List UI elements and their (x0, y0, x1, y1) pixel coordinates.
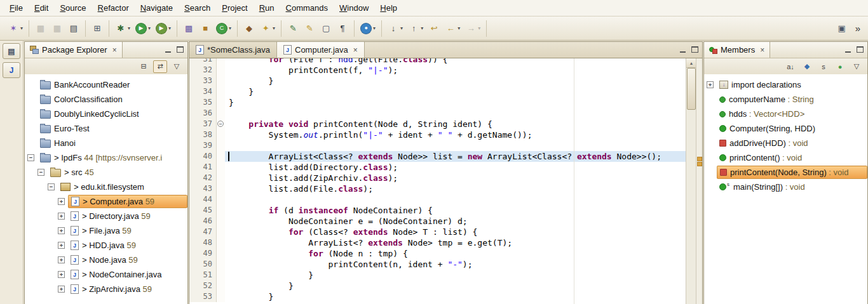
member-item[interactable]: hdds : Vector<HDD> (704, 107, 867, 121)
code-line[interactable]: 40 ArrayList<Class<? extends Node>> list… (189, 151, 686, 162)
expander-icon[interactable]: + (58, 286, 65, 293)
code-line[interactable]: 42 list.add(ZipArchiv.class); (189, 173, 686, 183)
member-item[interactable]: +import declarations (704, 77, 867, 92)
debug-button[interactable]: ✱▾ (112, 20, 133, 37)
expander-icon[interactable]: + (58, 198, 65, 205)
expander-icon[interactable]: + (58, 213, 65, 220)
tree-item[interactable]: +> Node.java 59 (25, 253, 187, 267)
maximize-button[interactable] (175, 46, 185, 54)
code-line[interactable]: 49 for (Node n : tmp) { (189, 248, 686, 259)
expander-icon[interactable]: − (27, 154, 34, 161)
close-icon[interactable]: × (353, 46, 358, 55)
member-item[interactable]: smain(String[]) : void (704, 180, 867, 194)
editor-tab[interactable]: Computer.java× (277, 42, 365, 58)
view-menu-button[interactable]: ▽ (170, 60, 184, 73)
line-number[interactable]: 40 (189, 151, 217, 162)
vertical-scrollbar[interactable]: ▲ (686, 58, 696, 304)
line-number[interactable]: 31 (189, 58, 217, 65)
line-number[interactable]: 34 (189, 86, 217, 97)
line-number[interactable]: 32 (189, 65, 217, 76)
menu-help[interactable]: Help (374, 1, 403, 15)
line-number[interactable]: 35 (189, 97, 217, 108)
line-number[interactable]: 41 (189, 162, 217, 173)
expander-icon[interactable]: + (58, 271, 65, 278)
line-number[interactable]: 46 (189, 216, 217, 227)
pin-editor-button[interactable]: ▣ (834, 20, 850, 37)
tree-item[interactable]: Euro-Test (25, 121, 187, 136)
previous-annotation-button[interactable]: ↑▾ (405, 20, 426, 37)
menu-source[interactable]: Source (54, 1, 92, 15)
open-perspective-button[interactable]: ⊞ (89, 20, 105, 37)
filter-static-button[interactable]: s (817, 60, 831, 73)
menu-navigate[interactable]: Navigate (135, 1, 179, 15)
code-line[interactable]: 51 } (189, 270, 686, 281)
menu-refactor[interactable]: Refactor (92, 1, 135, 15)
line-number[interactable]: 39 (189, 140, 217, 151)
new-java-project-button[interactable]: ▩ (180, 20, 197, 37)
line-number[interactable]: 49 (189, 248, 217, 259)
code-line[interactable]: 33 } (189, 76, 686, 86)
line-number[interactable]: 33 (189, 76, 217, 86)
line-number[interactable]: 51 (189, 270, 217, 281)
collapse-all-button[interactable]: ⊟ (137, 60, 151, 73)
show-whitespace-button[interactable]: ▢ (318, 20, 334, 37)
line-number[interactable]: 43 (189, 183, 217, 194)
code-line[interactable]: 47 for (Class<? extends Node> T : list) … (189, 227, 686, 237)
maximize-button[interactable] (855, 46, 865, 54)
line-number[interactable]: 38 (189, 129, 217, 140)
expander-icon[interactable]: − (48, 183, 55, 190)
line-number[interactable]: 37 (189, 119, 217, 129)
line-number[interactable]: 50 (189, 259, 217, 270)
line-number[interactable]: 42 (189, 173, 217, 183)
java-perspective-button[interactable]: J (3, 62, 20, 78)
line-number[interactable]: 36 (189, 108, 217, 119)
coverage-button[interactable]: ▶▾ (153, 20, 173, 37)
code-line[interactable]: 32 printContent(f, "|-"); (189, 65, 686, 76)
code-line[interactable]: 35} (189, 97, 686, 108)
tree-item[interactable]: DoublyLinkedCyclicList (25, 107, 187, 121)
members-tab[interactable]: Members × (704, 42, 770, 58)
new-package-button[interactable]: ■ (197, 20, 214, 37)
open-type-button[interactable]: ◆ (241, 20, 257, 37)
expander-icon[interactable]: + (58, 227, 65, 234)
line-number[interactable]: 53 (189, 291, 217, 302)
filter-fields-button[interactable]: ◆ (800, 60, 814, 73)
member-item[interactable]: Computer(String, HDD) (704, 121, 867, 136)
line-number[interactable]: 45 (189, 205, 217, 216)
restore-editor-button[interactable]: ▤ (3, 43, 20, 59)
code-line[interactable]: 50 printContent(n, ident + "-"); (189, 259, 686, 270)
view-menu-button[interactable]: ▽ (850, 60, 864, 73)
tree-item[interactable]: −> IpdFs 44 [https://svnserver.i (25, 150, 187, 165)
code-line[interactable]: 45 if (d instanceof NodeContainer) { (189, 205, 686, 216)
member-item[interactable]: printContent() : void (704, 150, 867, 165)
save-button[interactable]: ▦ (32, 20, 49, 37)
search-button[interactable]: ✦▾ (257, 20, 278, 37)
tree-item[interactable]: +> File.java 59 (25, 223, 187, 238)
filter-public-button[interactable]: ● (833, 60, 847, 73)
menu-project[interactable]: Project (216, 1, 253, 15)
code-area[interactable]: 31 for (File f : hdd.get(File.class)) {3… (189, 58, 686, 304)
line-number[interactable]: 52 (189, 281, 217, 291)
sort-button[interactable]: a↓ (783, 60, 797, 73)
member-item[interactable]: computerName : String (704, 92, 867, 107)
close-icon[interactable]: × (760, 46, 764, 55)
code-line[interactable]: 38 System.out.println("|-" + ident + " "… (189, 129, 686, 140)
code-line[interactable]: 41 list.add(Directory.class); (189, 162, 686, 173)
minimize-button[interactable] (163, 46, 173, 54)
code-line[interactable]: 48 ArrayList<? extends Node> tmp = e.get… (189, 237, 686, 248)
line-number[interactable]: 48 (189, 237, 217, 248)
forward-button[interactable]: →▾ (463, 20, 483, 37)
annotate-button[interactable]: ✎ (285, 20, 301, 37)
minimize-button[interactable] (678, 46, 688, 54)
expander-icon[interactable]: − (37, 169, 44, 176)
overview-ruler[interactable] (696, 58, 702, 304)
menu-edit[interactable]: Edit (29, 1, 54, 15)
tree-item[interactable]: −> edu.kit.filesystem (25, 180, 187, 194)
code-line[interactable]: 43 list.add(File.class); (189, 183, 686, 194)
editor-body[interactable]: 31 for (File f : hdd.get(File.class)) {3… (189, 58, 702, 304)
tree-item[interactable]: Hanoi (25, 136, 187, 150)
save-all-button[interactable]: ▦ (49, 20, 65, 37)
expander-icon[interactable]: + (707, 81, 714, 88)
member-item[interactable]: printContent(Node, String) : void (704, 165, 867, 180)
new-class-button[interactable]: C▾ (214, 20, 234, 37)
